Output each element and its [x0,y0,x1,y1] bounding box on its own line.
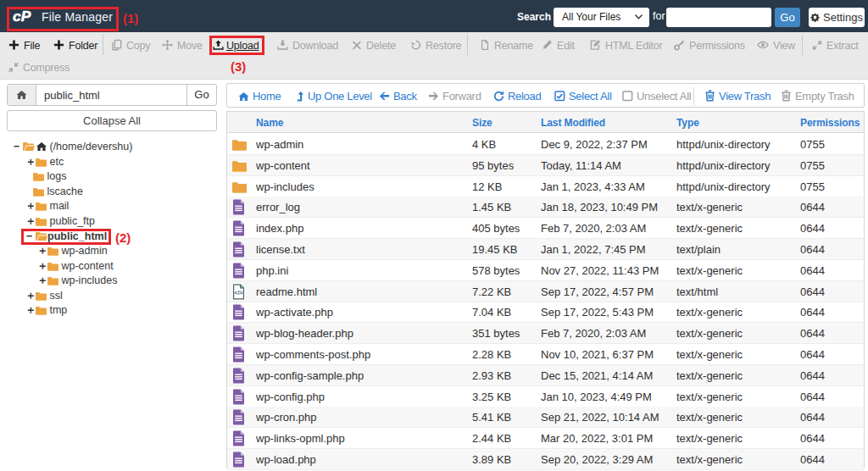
svg-text:</>: </> [234,290,242,296]
